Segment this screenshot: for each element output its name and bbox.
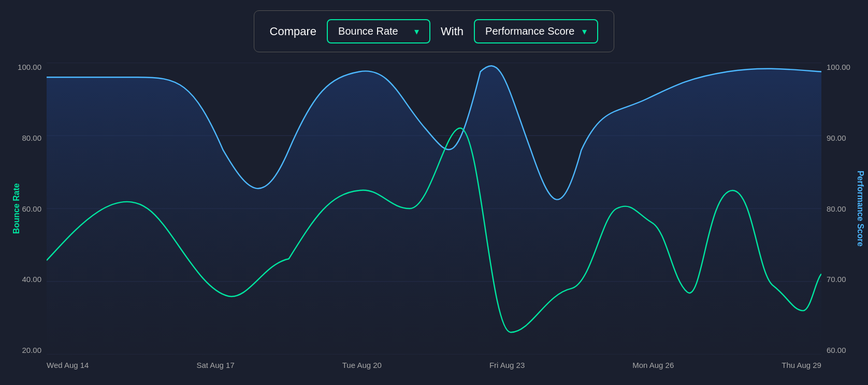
chart-area bbox=[47, 63, 821, 354]
performance-score-axis-label: Performance Score bbox=[856, 171, 865, 247]
x-tick-thu-aug29: Thu Aug 29 bbox=[782, 361, 821, 369]
x-tick-fri-aug23: Fri Aug 23 bbox=[489, 361, 525, 369]
main-container: Compare Bounce Rate ▾ With Performance S… bbox=[0, 0, 868, 385]
y-axis-left: 100.00 80.00 60.00 40.00 20.00 Bounce Ra… bbox=[10, 63, 47, 354]
y-left-tick-20: 20.00 bbox=[22, 346, 41, 354]
x-tick-sat-aug17: Sat Aug 17 bbox=[196, 361, 234, 369]
bounce-rate-label: Bounce Rate bbox=[338, 25, 398, 37]
x-tick-wed-aug14: Wed Aug 14 bbox=[47, 361, 89, 369]
y-right-tick-100: 100.00 bbox=[827, 63, 850, 71]
bounce-rate-axis-label: Bounce Rate bbox=[12, 183, 21, 234]
y-right-tick-60: 60.00 bbox=[827, 346, 846, 354]
y-left-tick-80: 80.00 bbox=[22, 134, 41, 142]
chart-svg bbox=[47, 63, 821, 354]
performance-score-dropdown[interactable]: Performance Score ▾ bbox=[474, 19, 598, 43]
with-label: With bbox=[441, 25, 464, 38]
x-axis: Wed Aug 14 Sat Aug 17 Tue Aug 20 Fri Aug… bbox=[47, 354, 821, 375]
y-right-tick-80: 80.00 bbox=[827, 204, 846, 213]
y-left-tick-60: 60.00 bbox=[22, 204, 41, 213]
y-right-tick-90: 90.00 bbox=[827, 134, 846, 142]
chevron-down-icon: ▾ bbox=[414, 26, 419, 37]
bounce-rate-dropdown[interactable]: Bounce Rate ▾ bbox=[327, 19, 430, 43]
compare-label: Compare bbox=[270, 25, 316, 38]
toolbar: Compare Bounce Rate ▾ With Performance S… bbox=[254, 10, 615, 52]
x-tick-mon-aug26: Mon Aug 26 bbox=[632, 361, 674, 369]
performance-score-label: Performance Score bbox=[485, 25, 574, 37]
y-left-tick-100: 100.00 bbox=[18, 63, 41, 71]
y-axis-right: 100.00 90.00 80.00 70.00 60.00 Performan… bbox=[821, 63, 858, 354]
chart-wrapper: 100.00 80.00 60.00 40.00 20.00 Bounce Ra… bbox=[10, 63, 858, 375]
y-right-tick-70: 70.00 bbox=[827, 275, 846, 284]
y-left-tick-40: 40.00 bbox=[22, 275, 41, 284]
x-tick-tue-aug20: Tue Aug 20 bbox=[342, 361, 382, 369]
chevron-down-icon-2: ▾ bbox=[582, 26, 587, 37]
